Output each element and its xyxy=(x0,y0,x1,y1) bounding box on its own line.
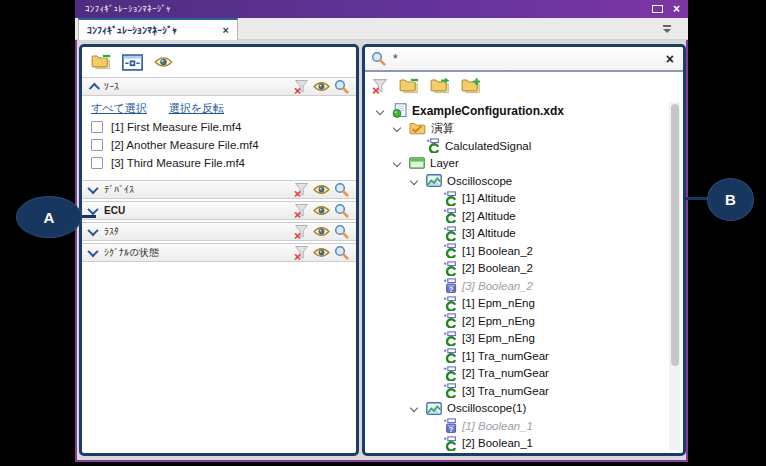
signal-icon xyxy=(443,226,457,241)
tree-item[interactable]: [1] Boolean_2 xyxy=(365,242,667,260)
chevron-down-icon[interactable] xyxy=(392,160,409,166)
tree-item[interactable]: [1] Epm_nEng xyxy=(365,295,667,313)
tree-item-label: 演算 xyxy=(431,121,454,136)
chevron-up-icon[interactable] xyxy=(89,83,97,91)
section-header-ecu[interactable]: ECU xyxy=(82,201,356,220)
tab-overflow-button[interactable] xyxy=(662,25,672,33)
chevron-down-icon[interactable] xyxy=(392,125,409,131)
tree-item-label: [1] Boolean_1 xyxy=(462,420,533,432)
tree-item[interactable]: [2] Boolean_2 xyxy=(365,260,667,278)
tree-item[interactable]: CalculatedSignal xyxy=(365,137,667,155)
tree-item[interactable]: Layer xyxy=(365,155,667,173)
tree-item-label: [3] Altitude xyxy=(462,227,516,239)
chevron-down-icon[interactable] xyxy=(89,207,97,215)
tree-item-missing[interactable]: [1] Boolean_1 xyxy=(365,417,667,435)
clear-filter-icon[interactable] xyxy=(294,203,309,218)
tree-item-label: [2] Boolean_2 xyxy=(462,262,533,274)
tab-close-icon[interactable]: × xyxy=(217,24,229,36)
tree-item[interactable]: [1] Altitude xyxy=(365,190,667,208)
file-checkbox[interactable] xyxy=(91,157,103,169)
import-folder-icon[interactable] xyxy=(430,78,450,94)
section-header-raster[interactable]: ﾗｽﾀ xyxy=(82,222,356,241)
tree-item-label: Oscilloscope xyxy=(447,175,512,187)
clear-filter-icon[interactable] xyxy=(294,224,309,239)
section-header-device[interactable]: ﾃﾞﾊﾞｲｽ xyxy=(82,180,356,199)
eye-icon[interactable] xyxy=(313,205,330,216)
search-icon[interactable] xyxy=(334,203,349,218)
tree-item[interactable]: [2] Altitude xyxy=(365,207,667,225)
tab-configuration-manager[interactable]: ｺﾝﾌｨｷﾞｭﾚｰｼｮﾝﾏﾈｰｼﾞｬ × xyxy=(78,18,238,40)
tree-item[interactable]: [2] Epm_nEng xyxy=(365,312,667,330)
measure-file-row[interactable]: [2] Another Measure File.mf4 xyxy=(82,136,356,154)
tree-item-label: [1] Epm_nEng xyxy=(462,297,535,309)
remove-source-folder-icon[interactable] xyxy=(91,54,111,70)
tree-item[interactable]: [3] Epm_nEng xyxy=(365,330,667,348)
section-header-source[interactable]: ｿｰｽ xyxy=(82,77,356,96)
source-section-body: すべて選択 選択を反転 [1] First Measure File.mf4 [… xyxy=(82,96,356,176)
remove-folder-icon[interactable] xyxy=(399,78,419,94)
panel-view-icon[interactable] xyxy=(122,54,143,71)
search-icon[interactable] xyxy=(334,182,349,197)
clear-filter-icon[interactable] xyxy=(294,245,309,260)
overflow-bar xyxy=(663,25,671,27)
tree-scrollbar[interactable] xyxy=(669,102,680,450)
search-icon[interactable] xyxy=(334,79,349,94)
search-input[interactable]: * × xyxy=(365,47,683,72)
tree-item[interactable]: [2] Boolean_1 xyxy=(365,435,667,453)
tree-item-missing[interactable]: [3] Boolean_2 xyxy=(365,277,667,295)
tree-item[interactable]: Oscilloscope xyxy=(365,172,667,190)
file-checkbox[interactable] xyxy=(91,139,103,151)
callout-label-b: B xyxy=(707,178,754,221)
chevron-down-icon[interactable] xyxy=(375,108,392,114)
tree-item[interactable]: Oscilloscope(1) xyxy=(365,400,667,418)
callout-a-text: A xyxy=(44,209,55,226)
eye-icon[interactable] xyxy=(154,56,173,68)
signal-icon xyxy=(443,296,457,311)
window-close-button[interactable]: × xyxy=(673,3,680,15)
section-label: ﾃﾞﾊﾞｲｽ xyxy=(104,184,134,195)
chevron-down-icon[interactable] xyxy=(409,405,426,411)
tab-label: ｺﾝﾌｨｷﾞｭﾚｰｼｮﾝﾏﾈｰｼﾞｬ xyxy=(87,25,177,36)
tree-item[interactable]: [3] Tra_numGear xyxy=(365,382,667,400)
eye-icon[interactable] xyxy=(313,226,330,237)
tree-item-label: [3] Tra_numGear xyxy=(462,385,549,397)
filter-panel: ｿｰｽ すべて選択 選択を反転 [1] First Measure File.m… xyxy=(79,44,359,456)
chevron-down-icon[interactable] xyxy=(89,228,97,236)
signal-icon xyxy=(443,366,457,381)
file-checkbox[interactable] xyxy=(91,121,103,133)
clear-filter-icon[interactable] xyxy=(294,79,309,94)
chevron-down-icon[interactable] xyxy=(409,178,426,184)
tree-item[interactable]: [2] Tra_numGear xyxy=(365,365,667,383)
section-header-signal-state[interactable]: ｼｸﾞﾅﾙの状態 xyxy=(82,243,356,262)
eye-icon[interactable] xyxy=(313,247,330,258)
search-icon[interactable] xyxy=(334,245,349,260)
invert-selection-link[interactable]: 選択を反転 xyxy=(169,101,224,116)
signal-icon xyxy=(443,313,457,328)
scrollbar-thumb[interactable] xyxy=(671,104,679,366)
chevron-down-icon[interactable] xyxy=(89,249,97,257)
signal-icon xyxy=(443,348,457,363)
signal-icon xyxy=(443,243,457,258)
select-all-link[interactable]: すべて選択 xyxy=(91,101,147,116)
tree-item[interactable]: [3] Altitude xyxy=(365,225,667,243)
measure-file-row[interactable]: [1] First Measure File.mf4 xyxy=(82,118,356,136)
clear-filter-icon[interactable] xyxy=(372,78,388,94)
window-titlebar[interactable]: ｺﾝﾌｨｷﾞｭﾚｰｼｮﾝﾏﾈｰｼﾞｬ × xyxy=(75,0,688,18)
tree-item[interactable]: [1] Tra_numGear xyxy=(365,347,667,365)
tree-item-label: [3] Epm_nEng xyxy=(462,332,535,344)
eye-icon[interactable] xyxy=(313,81,330,92)
tree-item-root[interactable]: ExampleConfiguration.xdx xyxy=(365,102,667,120)
clear-search-icon[interactable]: × xyxy=(666,52,674,66)
clear-filter-icon[interactable] xyxy=(294,182,309,197)
measure-file-row[interactable]: [3] Third Measure File.mf4 xyxy=(82,154,356,172)
search-icon[interactable] xyxy=(334,224,349,239)
add-folder-icon[interactable] xyxy=(461,78,481,94)
chevron-down-icon[interactable] xyxy=(89,186,97,194)
tree-item-label: [3] Boolean_2 xyxy=(462,280,533,292)
tree-item[interactable]: 演算 xyxy=(365,120,667,138)
maximize-button[interactable] xyxy=(652,5,663,13)
tree-toolbar xyxy=(365,72,683,99)
eye-icon[interactable] xyxy=(313,184,330,195)
tree-item-label: Layer xyxy=(430,157,459,169)
tree-item[interactable]: [3] Boolean_1 xyxy=(365,452,667,453)
